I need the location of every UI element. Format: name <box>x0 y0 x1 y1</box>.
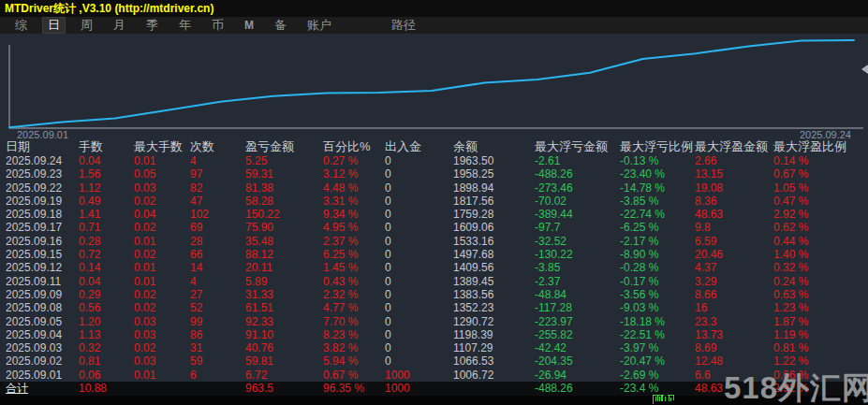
cell-deposit: 0 <box>385 328 453 341</box>
cell-max-float-loss-pct: -6.25 % <box>620 221 695 234</box>
cell-max-float-loss-pct: -22.51 % <box>620 328 695 341</box>
col-balance[interactable]: 余额 <box>453 138 535 154</box>
cell-pl-amount: 88.12 <box>245 248 323 261</box>
menu-item-0[interactable]: 综 <box>9 18 33 33</box>
table-row[interactable]: 2025.09.041.130.038691.108.23 %01198.39-… <box>0 328 868 341</box>
cell-max-lots: 0.01 <box>134 154 190 167</box>
cell-pl-amount: 35.48 <box>245 235 323 248</box>
cell-pl-amount: 6.72 <box>245 369 323 382</box>
cell-trades: 52 <box>190 301 245 314</box>
path-button[interactable]: 路径 <box>386 18 421 33</box>
cell-max-lots: 0.02 <box>134 195 190 208</box>
total-cell-balance <box>453 382 535 396</box>
window-title: MTDriver统计 ,V3.10 (http://mtdriver.cn) <box>5 1 213 17</box>
cell-trades: 86 <box>190 328 245 341</box>
cell-max-float-profit: 8.69 <box>695 341 773 354</box>
total-cell-trades <box>190 382 245 396</box>
col-date[interactable]: 日期 <box>6 138 79 154</box>
cell-deposit: 0 <box>385 208 453 221</box>
cell-lots: 1.13 <box>79 328 134 341</box>
menu-item-1[interactable]: 日 <box>42 17 66 34</box>
cell-max-float-loss: -130.22 <box>535 248 620 261</box>
menu-item-8[interactable]: 备 <box>269 18 292 33</box>
menu-item-3[interactable]: 月 <box>108 18 131 33</box>
cell-balance: 1409.56 <box>453 261 535 274</box>
col-max-float-loss-pct[interactable]: 最大浮亏比例 <box>620 138 695 154</box>
table-row[interactable]: 2025.09.170.710.026975.904.95 %01609.06-… <box>0 221 868 234</box>
menu-item-7[interactable]: M <box>239 18 259 33</box>
cell-max-float-profit: 3.29 <box>695 275 773 288</box>
col-lots[interactable]: 手数 <box>79 138 134 154</box>
cell-date: 2025.09.04 <box>6 328 79 341</box>
cell-balance: 1352.23 <box>453 301 535 314</box>
cell-max-float-loss: -97.7 <box>535 221 620 234</box>
cell-max-float-loss-pct: -2.17 % <box>620 235 695 248</box>
cell-max-lots: 0.01 <box>134 275 190 288</box>
cell-date: 2025.09.11 <box>6 275 79 288</box>
table-row[interactable]: 2025.09.090.290.022731.332.32 %01383.56-… <box>0 288 868 301</box>
total-cell-max-float-loss: -488.26 <box>535 382 620 396</box>
table-row[interactable]: 2025.09.110.040.0145.890.43 %01389.45-2.… <box>0 275 868 288</box>
table-row[interactable]: 2025.09.190.490.024758.283.31 %01817.56-… <box>0 195 868 208</box>
menu-item-2[interactable]: 周 <box>75 18 98 33</box>
col-max-float-loss[interactable]: 最大浮亏金额 <box>535 138 620 154</box>
table-row[interactable]: 2025.09.160.280.012835.482.37 %01533.16-… <box>0 235 868 248</box>
cell-deposit: 0 <box>385 167 453 181</box>
cell-deposit: 0 <box>385 341 453 354</box>
col-max-float-profit-pct[interactable]: 最大浮盈比例 <box>773 138 868 154</box>
cell-max-float-profit: 23.3 <box>695 315 773 328</box>
cell-deposit: 0 <box>385 288 453 301</box>
cell-date: 2025.09.08 <box>6 301 79 314</box>
menu-item-5[interactable]: 年 <box>173 18 197 33</box>
table-row[interactable]: 2025.09.030.320.023140.763.82 %01107.29-… <box>0 341 868 354</box>
cell-deposit: 0 <box>385 221 453 234</box>
table-row[interactable]: 2025.09.240.040.0145.250.27 %01963.50-2.… <box>0 154 868 167</box>
table-row[interactable]: 2025.09.020.810.035959.815.94 %01066.53-… <box>0 354 868 368</box>
cell-balance: 1759.28 <box>453 208 535 221</box>
table-row[interactable]: 2025.09.080.560.025261.514.77 %01352.23-… <box>0 301 868 314</box>
cell-deposit: 0 <box>385 235 453 248</box>
cell-balance: 1817.56 <box>453 195 535 208</box>
col-trades[interactable]: 次数 <box>190 138 245 154</box>
col-deposit[interactable]: 出入金 <box>385 138 453 154</box>
cell-pl-amount: 40.76 <box>245 341 323 354</box>
cell-percent: 7.70 % <box>323 315 385 328</box>
cell-max-float-loss-pct: -3.85 % <box>620 195 695 208</box>
cell-max-float-profit-pct: 0.81 % <box>773 341 868 354</box>
cell-percent: 6.25 % <box>323 248 385 261</box>
table-row[interactable]: 2025.09.120.140.011420.111.45 %01409.56-… <box>0 261 868 274</box>
col-pl-amount[interactable]: 盈亏金额 <box>245 138 323 154</box>
cell-percent: 4.95 % <box>323 221 385 234</box>
cell-max-float-loss-pct: -3.97 % <box>620 341 695 354</box>
cell-max-float-profit-pct: 2.92 % <box>773 208 868 221</box>
col-max-float-profit[interactable]: 最大浮盈金额 <box>695 138 773 154</box>
menu-item-6[interactable]: 币 <box>206 18 229 33</box>
table-row[interactable]: 2025.09.150.720.026688.126.25 %01497.68-… <box>0 248 868 261</box>
table-row[interactable]: 2025.09.181.410.04102150.229.34 %01759.2… <box>0 208 868 221</box>
cell-pl-amount: 58.28 <box>245 195 323 208</box>
table-row[interactable]: 2025.09.221.120.038281.384.48 %01898.94-… <box>0 181 868 195</box>
cell-lots: 0.32 <box>79 341 134 354</box>
menu-item-9[interactable]: 账户 <box>302 18 337 33</box>
table-row[interactable]: 2025.09.231.560.059759.313.12 %01958.25-… <box>0 167 868 181</box>
mtdriver-stats-window: MTDriver统计 ,V3.10 (http://mtdriver.cn) 综… <box>0 0 868 405</box>
cell-max-float-profit: 6.59 <box>695 235 773 248</box>
cell-deposit: 0 <box>385 315 453 328</box>
cell-max-float-profit: 2.66 <box>695 154 773 167</box>
cell-percent: 8.23 % <box>323 328 385 341</box>
cell-date: 2025.09.15 <box>6 248 79 261</box>
cell-balance: 1107.29 <box>453 341 535 354</box>
cell-trades: 27 <box>190 288 245 301</box>
cell-lots: 0.81 <box>79 354 134 368</box>
menu-item-4[interactable]: 季 <box>140 18 164 33</box>
col-max-lots[interactable]: 最大手数 <box>134 138 190 154</box>
cell-balance: 1290.72 <box>453 315 535 328</box>
col-percent[interactable]: 百分比% <box>323 138 385 154</box>
cell-lots: 1.56 <box>79 167 134 181</box>
cell-max-lots: 0.03 <box>134 354 190 368</box>
cell-pl-amount: 5.89 <box>245 275 323 288</box>
cell-lots: 0.71 <box>79 221 134 234</box>
table-row[interactable]: 2025.09.051.200.039992.337.70 %01290.72-… <box>0 315 868 328</box>
cell-balance: 1066.53 <box>453 354 535 368</box>
cell-max-float-loss: -70.02 <box>535 195 620 208</box>
